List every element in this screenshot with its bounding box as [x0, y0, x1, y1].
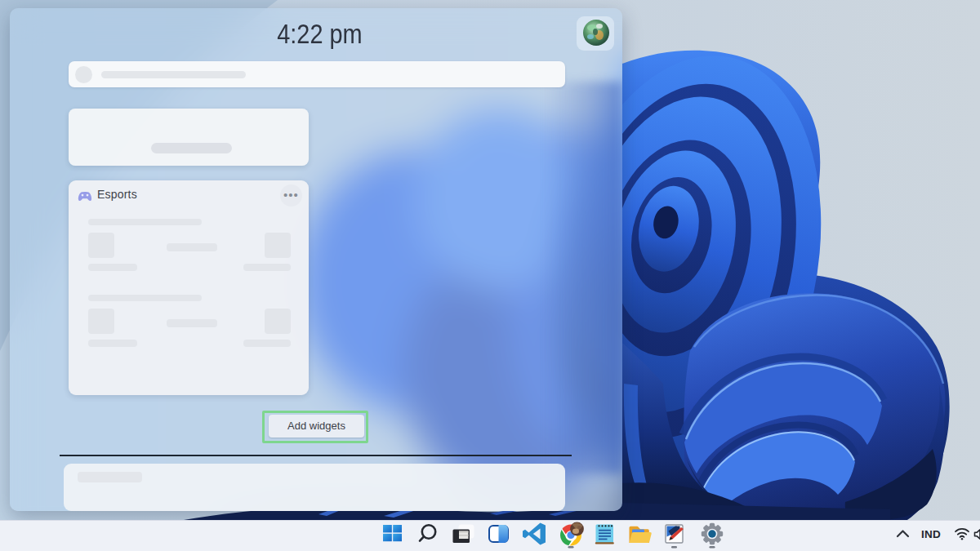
- svg-text:IND: IND: [921, 528, 941, 540]
